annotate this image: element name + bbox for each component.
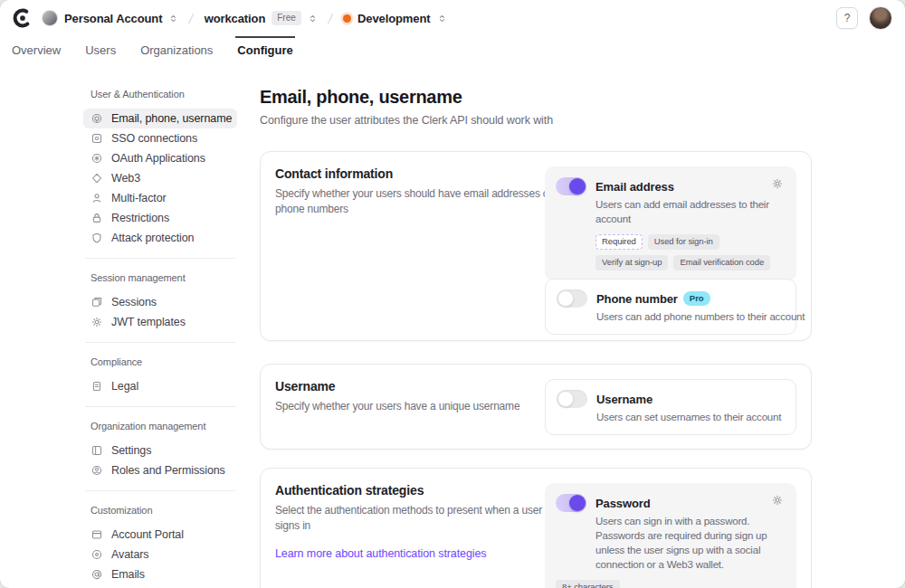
page-title: Email, phone, username — [260, 86, 812, 108]
phone-number-panel: Phone number Pro Users can add phone num… — [545, 279, 796, 335]
sso-icon — [90, 132, 103, 145]
user-avatar[interactable] — [869, 6, 892, 30]
account-label: Personal Account — [64, 12, 162, 25]
sidebar-divider — [83, 480, 237, 500]
sidebar-item-email-phone-username[interactable]: Email, phone, username — [83, 109, 237, 128]
sidebar-item-jwt-templates[interactable]: JWT templates — [83, 312, 237, 332]
phone-number-toggle[interactable] — [557, 289, 587, 308]
breadcrumb-account[interactable]: Personal Account — [42, 10, 178, 26]
top-bar-actions: ? — [836, 6, 892, 30]
sidebar-item-org-settings[interactable]: Settings — [83, 441, 237, 460]
sidebar-item-account-portal[interactable]: Account Portal — [83, 525, 237, 545]
sidebar-divider — [83, 332, 237, 352]
panel-description: Users can add phone numbers to their acc… — [596, 309, 785, 324]
roles-icon — [90, 464, 103, 477]
panel-description: Users can sign in with a password. Passw… — [595, 514, 786, 572]
authentication-strategies-card: Authentication strategies Select the aut… — [260, 468, 812, 588]
sidebar-item-legal[interactable]: Legal — [83, 376, 237, 396]
email-at-icon — [90, 568, 103, 581]
card-description: Specify whether your users should have e… — [275, 186, 567, 217]
breadcrumb-divider: / — [325, 11, 336, 26]
email-address-toggle[interactable] — [556, 177, 586, 195]
chevron-updown-icon — [308, 14, 318, 24]
settings-sidebar: User & Authentication Email, phone, user… — [83, 84, 237, 584]
lock-icon — [90, 212, 103, 224]
email-verification-code-badge: Email verification code — [673, 255, 770, 270]
contact-information-card: Contact information Specify whether your… — [260, 151, 812, 341]
gear-icon — [771, 494, 784, 507]
card-description: Specify whether your users have a unique… — [275, 399, 567, 414]
web3-icon — [90, 172, 103, 185]
tab-users[interactable]: Users — [85, 36, 116, 63]
sidebar-divider — [83, 248, 237, 268]
gear-icon — [771, 177, 784, 190]
clerk-logo[interactable] — [13, 8, 33, 28]
sidebar-item-multi-factor[interactable]: Multi-factor — [83, 188, 237, 208]
environment-dot-icon — [343, 14, 351, 23]
password-length-badge: 8+ characters — [556, 580, 620, 588]
sidebar-item-sso-connections[interactable]: SSO connections — [83, 128, 237, 148]
learn-more-link[interactable]: Learn more about authentication strategi… — [275, 547, 486, 560]
sidebar-item-sessions[interactable]: Sessions — [83, 292, 237, 312]
plan-badge: Free — [272, 11, 301, 25]
shield-icon — [90, 232, 103, 244]
email-settings-button[interactable] — [771, 177, 786, 192]
legal-icon — [90, 380, 103, 393]
breadcrumb-environment[interactable]: Development — [343, 12, 447, 25]
username-toggle[interactable] — [557, 390, 587, 408]
help-label: ? — [844, 12, 851, 24]
used-for-sign-in-badge: Used for sign-in — [648, 234, 719, 250]
toggle-knob — [557, 391, 574, 407]
sidebar-item-oauth-applications[interactable]: OAuth Applications — [83, 148, 237, 168]
panel-description: Users can add email addresses to their a… — [595, 197, 782, 226]
breadcrumb-application[interactable]: workcation Free — [205, 11, 318, 25]
sidebar-item-avatars[interactable]: Avatars — [83, 545, 237, 564]
org-name: workcation — [205, 12, 266, 25]
panel-title: Email address — [595, 180, 674, 194]
sessions-icon — [90, 296, 103, 308]
sidebar-item-roles-permissions[interactable]: Roles and Permissions — [83, 460, 237, 480]
username-card: Username Specify whether your users have… — [260, 364, 812, 450]
required-badge: Required — [595, 234, 643, 250]
sidebar-item-attack-protection[interactable]: Attack protection — [83, 228, 237, 248]
sidebar-item-emails[interactable]: Emails — [83, 564, 237, 584]
password-badge-list: 8+ characters Reject compromised on sign… — [556, 580, 786, 588]
section-label: Customization — [83, 500, 237, 520]
section-label: Compliance — [83, 352, 237, 372]
panel-title: Phone number — [596, 292, 678, 306]
section-label: User & Authentication — [83, 84, 237, 104]
password-panel: Password Users can sign in with a passwo… — [545, 483, 796, 588]
help-button[interactable]: ? — [836, 7, 858, 29]
panel-title: Password — [595, 497, 651, 510]
tab-overview[interactable]: Overview — [12, 36, 61, 63]
multi-factor-icon — [90, 192, 103, 204]
page-subtitle: Configure the user attributes the Clerk … — [260, 114, 812, 127]
sidebar-divider — [83, 396, 237, 416]
tab-organizations[interactable]: Organizations — [140, 36, 213, 63]
account-avatar — [42, 10, 58, 26]
portal-icon — [90, 528, 103, 541]
sidebar-item-web3[interactable]: Web3 — [83, 168, 237, 188]
pro-badge: Pro — [683, 291, 710, 306]
section-label: Organization management — [83, 416, 237, 436]
section-label: Session management — [83, 268, 237, 288]
email-address-panel: Email address Users can add email addres… — [545, 166, 796, 281]
avatars-icon — [90, 548, 103, 561]
toggle-knob — [557, 290, 574, 307]
oauth-icon — [90, 152, 103, 165]
main-content: Email, phone, username Configure the use… — [260, 86, 812, 588]
app-window: Personal Account / workcation Free / Dev… — [0, 0, 905, 588]
clerk-logo-icon — [13, 8, 33, 28]
sidebar-item-restrictions[interactable]: Restrictions — [83, 208, 237, 228]
chevron-updown-icon — [168, 14, 178, 24]
tab-configure[interactable]: Configure — [237, 36, 292, 63]
fingerprint-icon — [90, 112, 103, 125]
org-settings-icon — [90, 444, 103, 457]
jwt-gear-icon — [90, 316, 103, 328]
toggle-knob — [569, 495, 586, 511]
verify-at-sign-up-badge: Verify at sign-up — [595, 255, 668, 270]
password-settings-button[interactable] — [771, 494, 786, 508]
panel-description: Users can set usernames to their account — [596, 410, 785, 424]
email-badge-list: Required Used for sign-in Verify at sign… — [595, 234, 786, 270]
password-toggle[interactable] — [556, 494, 586, 512]
